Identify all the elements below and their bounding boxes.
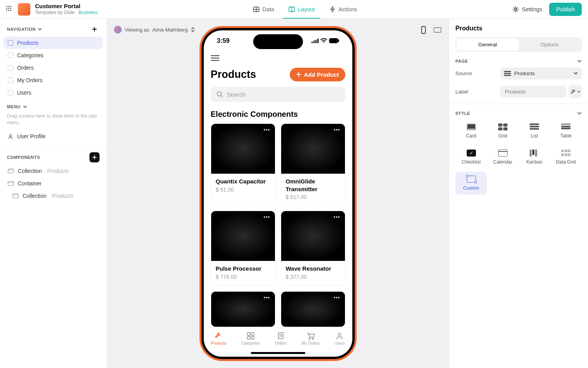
wrench-icon [214,331,223,340]
nav-item-orders[interactable]: Orders [4,62,103,74]
settings-button[interactable]: Settings [512,6,542,13]
status-icons [312,38,339,43]
style-card[interactable]: Card [455,120,487,143]
menu-section-title[interactable]: MENU [7,104,27,109]
updown-icon [191,27,195,32]
category-heading: Electronic Components [211,110,345,119]
style-custom[interactable]: Custom [455,172,487,195]
device-phone-button[interactable] [418,24,429,36]
desktop-icon [434,27,441,33]
tab-data[interactable]: Data [251,4,276,15]
cart-icon [306,331,315,340]
add-product-button[interactable]: Add Product [290,68,345,81]
style-list[interactable]: List [519,120,550,143]
navigation-section-title[interactable]: NAVIGATION [7,27,42,32]
style-section-header[interactable]: STYLE [455,111,582,116]
search-input[interactable]: Search [211,87,345,102]
tab-my-orders[interactable]: My Orders [301,331,320,345]
chevron-down-icon [577,90,581,93]
product-card[interactable]: Quantix Capacitor$ 61.00 [211,123,275,205]
device-desktop-button[interactable] [432,24,443,36]
component-collection-2[interactable]: CollectionProducts [4,190,103,202]
svg-point-5 [515,8,517,10]
product-card[interactable] [281,291,345,327]
product-card[interactable]: Pulse Processor$ 776.00 [211,211,275,286]
tab-users[interactable]: Users [334,331,345,345]
component-collection-1[interactable]: CollectionProducts [4,165,103,177]
add-navigation-button[interactable] [89,24,100,34]
add-component-button[interactable] [89,152,100,162]
product-image [211,292,275,327]
gear-icon [512,6,519,13]
grid-icon [246,331,255,340]
nav-item-categories[interactable]: Categories [4,49,103,62]
nav-item-user-profile[interactable]: User Profile [4,130,103,143]
source-select[interactable]: Products [500,67,582,79]
style-table[interactable]: Table [550,120,582,143]
canvas: Viewing as Alma Malmberg 3:59 [107,19,449,368]
phone-icon [421,26,426,34]
tab-categories[interactable]: Categories [241,331,260,345]
plus-icon [91,26,98,33]
wrench-icon [570,89,576,95]
label-config-button[interactable] [569,85,582,98]
app-title: Customer Portal [35,3,98,10]
label-input[interactable]: Products [500,86,566,98]
chevron-down-icon [38,27,42,32]
style-grid-opt[interactable]: Grid [487,120,518,143]
custom-style-icon [467,176,476,183]
nav-item-users[interactable]: Users [4,86,103,99]
receipt-icon [276,331,285,340]
product-card[interactable]: Wave Resonator$ 377.00 [281,211,345,286]
tab-orders[interactable]: Orders [275,331,287,345]
chevron-down-icon [577,111,582,116]
nav-item-my-orders[interactable]: My Orders [4,74,103,86]
screen-icon [8,65,13,70]
svg-rect-12 [434,28,441,32]
style-checklist[interactable]: ✓Checklist [455,146,487,169]
svg-point-31 [312,338,313,340]
chevron-down-icon [577,59,582,63]
seg-options[interactable]: Options [519,39,581,51]
svg-rect-25 [251,333,254,335]
product-card[interactable]: OmniGlide Transmitter$ 617.00 [281,123,345,205]
hamburger-menu[interactable] [211,51,219,63]
tab-layout[interactable]: Layout [287,4,317,15]
device-toggle [418,24,443,36]
viewing-as-selector[interactable]: Viewing as Alma Malmberg [114,26,195,33]
svg-rect-16 [317,39,318,43]
home-indicator [251,352,305,354]
screen-icon [8,90,13,95]
seg-general[interactable]: General [457,39,519,51]
avatar [114,26,122,33]
top-right: Settings Publish [512,3,582,16]
phone-frame: 3:59 Products Add Product [200,26,357,361]
segmented-control: General Options [455,37,582,52]
tab-products[interactable]: Products [211,331,226,345]
layout-icon [288,6,295,13]
style-calendar[interactable]: Calendar [487,146,518,169]
page-section-header[interactable]: PAGE [455,59,582,63]
wifi-icon [320,38,327,43]
grid-apps-icon[interactable] [6,6,13,13]
card-style-icon [467,123,476,130]
notch [253,34,303,49]
app-subtitle: Templates by Glide · Business [35,10,98,15]
table-style-icon [561,123,570,130]
style-kanban[interactable]: Kanban [519,146,550,169]
bolt-icon [329,6,336,13]
container-icon [8,181,14,186]
svg-rect-13 [312,42,313,43]
svg-rect-14 [313,40,315,43]
label-label: Label [455,89,468,95]
style-data-grid[interactable]: Data Grid [550,146,582,169]
nav-item-products[interactable]: Products [4,37,103,49]
right-panel: Products General Options PAGE Source Pro… [449,19,588,368]
product-card[interactable] [211,291,275,327]
calendar-style-icon [498,150,508,157]
tab-actions[interactable]: Actions [327,4,359,15]
source-label: Source [455,70,472,76]
topbar: Customer Portal Templates by Glide · Bus… [0,0,588,19]
component-container[interactable]: Container [4,177,103,190]
publish-button[interactable]: Publish [549,3,582,16]
